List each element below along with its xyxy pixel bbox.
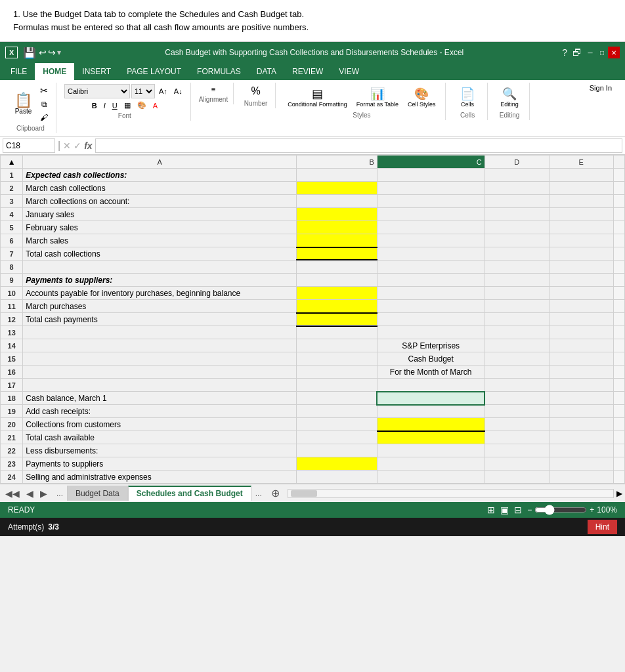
cell-c5[interactable] xyxy=(377,221,485,234)
ribbon-tab-formulas[interactable]: FORMULAS xyxy=(189,63,249,80)
cell-a8[interactable] xyxy=(23,261,297,274)
cell-b7[interactable] xyxy=(297,247,377,261)
cell-b20[interactable] xyxy=(297,418,377,431)
cell-a23[interactable]: Payments to suppliers xyxy=(23,457,297,471)
zoom-plus-icon[interactable]: + xyxy=(590,505,594,514)
cell-c21[interactable] xyxy=(377,431,485,444)
row-header-4[interactable]: 4 xyxy=(1,208,23,221)
sign-in-button[interactable]: Sign In xyxy=(587,83,614,93)
cell-a5[interactable]: February sales xyxy=(23,221,297,234)
cell-e10[interactable] xyxy=(549,287,613,300)
cell-e22[interactable] xyxy=(549,444,613,457)
minimize-button[interactable]: ─ xyxy=(584,47,596,58)
cell-d6[interactable] xyxy=(485,234,549,247)
ribbon-tab-page-layout[interactable]: PAGE LAYOUT xyxy=(119,63,189,80)
row-header-5[interactable]: 5 xyxy=(1,221,23,234)
cell-a19[interactable]: Add cash receipts: xyxy=(23,405,297,418)
cell-e21[interactable] xyxy=(549,431,613,444)
save-icon[interactable]: 💾 xyxy=(23,47,36,59)
cell-d23[interactable] xyxy=(485,457,549,471)
row-header-24[interactable]: 24 xyxy=(1,471,23,484)
cell-d8[interactable] xyxy=(485,261,549,274)
ribbon-tab-view[interactable]: VIEW xyxy=(331,63,367,80)
format-painter-button[interactable]: 🖌 xyxy=(37,112,51,123)
cell-a18[interactable]: Cash balance, March 1 xyxy=(23,392,297,405)
font-color-button[interactable]: A xyxy=(150,100,160,111)
percent-button[interactable]: % xyxy=(249,84,263,98)
cell-a1[interactable]: Expected cash collections: xyxy=(23,169,297,182)
cell-a11[interactable]: March purchases xyxy=(23,300,297,313)
restore-icon[interactable]: 🗗 xyxy=(572,47,582,58)
cell-c4[interactable] xyxy=(377,208,485,221)
cell-a6[interactable]: March sales xyxy=(23,234,297,247)
cell-e8[interactable] xyxy=(549,261,613,274)
add-sheet-button[interactable]: ⊕ xyxy=(266,487,285,499)
cell-c3[interactable] xyxy=(377,195,485,208)
col-header-c[interactable]: C xyxy=(377,156,485,169)
cell-b1[interactable] xyxy=(297,169,377,182)
cell-a24[interactable]: Selling and administrative expenses xyxy=(23,471,297,484)
sheet-tab-budget-data[interactable]: Budget Data xyxy=(67,486,128,501)
cancel-formula-icon[interactable]: ✕ xyxy=(63,140,71,151)
cell-e12[interactable] xyxy=(549,313,613,326)
cell-c18[interactable] xyxy=(377,392,485,405)
cell-e16[interactable] xyxy=(549,366,613,379)
paste-button[interactable]: 📋 Paste xyxy=(11,91,36,117)
cell-b14[interactable] xyxy=(297,339,377,352)
fill-color-button[interactable]: 🎨 xyxy=(135,100,149,111)
cut-button[interactable]: ✂ xyxy=(37,84,51,97)
row-header-8[interactable]: 8 xyxy=(1,261,23,274)
cell-e3[interactable] xyxy=(549,195,613,208)
view-page-layout-icon[interactable]: ▣ xyxy=(500,505,509,515)
cell-d21[interactable] xyxy=(485,431,549,444)
cell-c19[interactable] xyxy=(377,405,485,418)
cell-c11[interactable] xyxy=(377,300,485,313)
ribbon-tab-data[interactable]: DATA xyxy=(249,63,284,80)
ribbon-tab-review[interactable]: REVIEW xyxy=(284,63,331,80)
cell-b23[interactable] xyxy=(297,457,377,471)
cell-e2[interactable] xyxy=(549,182,613,195)
ribbon-tab-insert[interactable]: INSERT xyxy=(74,63,119,80)
cell-e17[interactable] xyxy=(549,379,613,392)
cell-b16[interactable] xyxy=(297,366,377,379)
cell-c16[interactable]: For the Month of March xyxy=(377,366,485,379)
cell-c9[interactable] xyxy=(377,274,485,287)
cell-a7[interactable]: Total cash collections xyxy=(23,247,297,261)
sheet-tab-schedules-and-cash-budget[interactable]: Schedules and Cash Budget xyxy=(128,486,251,501)
cell-b24[interactable] xyxy=(297,471,377,484)
cell-e7[interactable] xyxy=(549,247,613,261)
help-icon[interactable]: ? xyxy=(562,47,567,58)
cell-b8[interactable] xyxy=(297,261,377,274)
bold-button[interactable]: B xyxy=(89,100,100,111)
cell-a14[interactable] xyxy=(23,339,297,352)
cell-a9[interactable]: Payments to suppliers: xyxy=(23,274,297,287)
col-header-b[interactable]: B xyxy=(297,156,377,169)
cell-d14[interactable] xyxy=(485,339,549,352)
row-header-2[interactable]: 2 xyxy=(1,182,23,195)
row-header-3[interactable]: 3 xyxy=(1,195,23,208)
cell-e6[interactable] xyxy=(549,234,613,247)
col-header-d[interactable]: D xyxy=(485,156,549,169)
cell-c7[interactable] xyxy=(377,247,485,261)
view-page-break-icon[interactable]: ⊟ xyxy=(514,505,522,515)
format-as-table-button[interactable]: 📊 Format as Table xyxy=(353,84,402,110)
cell-d13[interactable] xyxy=(485,326,549,339)
row-header-15[interactable]: 15 xyxy=(1,352,23,366)
cell-e14[interactable] xyxy=(549,339,613,352)
cell-b21[interactable] xyxy=(297,431,377,444)
cell-c17[interactable] xyxy=(377,379,485,392)
cell-b12[interactable] xyxy=(297,313,377,326)
cell-d9[interactable] xyxy=(485,274,549,287)
underline-button[interactable]: U xyxy=(110,100,120,111)
row-header-22[interactable]: 22 xyxy=(1,444,23,457)
cell-c12[interactable] xyxy=(377,313,485,326)
cell-b19[interactable] xyxy=(297,405,377,418)
row-header-1[interactable]: 1 xyxy=(1,169,23,182)
cell-d7[interactable] xyxy=(485,247,549,261)
cell-d4[interactable] xyxy=(485,208,549,221)
row-header-9[interactable]: 9 xyxy=(1,274,23,287)
cell-d10[interactable] xyxy=(485,287,549,300)
cell-a10[interactable]: Accounts payable for inventory purchases… xyxy=(23,287,297,300)
cell-b22[interactable] xyxy=(297,444,377,457)
cell-c14[interactable]: S&P Enterprises xyxy=(377,339,485,352)
